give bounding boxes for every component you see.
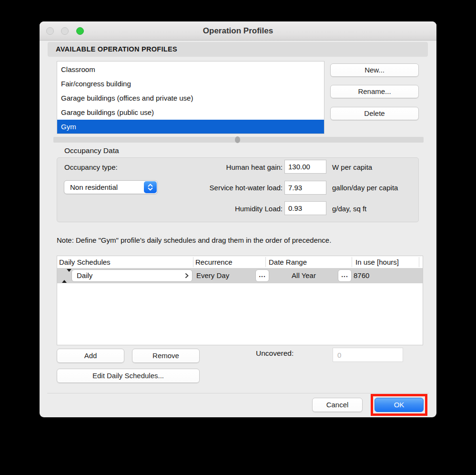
hot-water-load-input[interactable]: [284, 181, 326, 195]
table-header-row: Daily Schedules Recurrence Date Range In…: [57, 256, 423, 268]
profiles-list: Classroom Fair/congress building Garage …: [57, 61, 324, 134]
uncovered-label: Uncovered:: [256, 349, 294, 358]
recurrence-value: Every Day: [196, 268, 229, 283]
column-divider: [265, 257, 266, 267]
available-profiles-header: AVAILABLE OPERATION PROFILES: [48, 42, 428, 57]
col-header-daily-schedules: Daily Schedules: [59, 256, 111, 268]
operation-profiles-dialog: Operation Profiles AVAILABLE OPERATION P…: [40, 21, 436, 417]
cancel-button[interactable]: Cancel: [312, 398, 363, 412]
remove-schedule-button[interactable]: Remove: [132, 349, 200, 363]
column-divider: [193, 257, 193, 267]
col-header-date-range: Date Range: [269, 256, 307, 268]
occupancy-data-title: Occupancy Data: [64, 146, 119, 155]
add-schedule-button[interactable]: Add: [57, 349, 124, 363]
schedule-table-row[interactable]: Daily Every Day ... All Year ... 8760: [57, 268, 423, 283]
column-divider: [352, 257, 352, 267]
occupancy-type-select[interactable]: Non residential: [64, 180, 158, 194]
in-use-hours-value: 8760: [354, 268, 369, 283]
footer-divider: [47, 393, 429, 393]
daily-schedules-table: Daily Schedules Recurrence Date Range In…: [57, 256, 423, 345]
profile-item-garage-public[interactable]: Garage buildings (public use): [57, 105, 324, 120]
date-range-value: All Year: [267, 268, 341, 283]
schedule-select[interactable]: Daily: [71, 269, 192, 282]
profile-item-gym-selected[interactable]: Gym: [57, 120, 324, 134]
profile-item-garage-private[interactable]: Garage buildings (offices and private us…: [57, 91, 324, 105]
hot-water-load-unit: gallon/day per capita: [332, 184, 398, 192]
col-header-recurrence: Recurrence: [195, 256, 233, 268]
human-heat-gain-label: Human heat gain:: [159, 163, 283, 171]
profile-item-classroom[interactable]: Classroom: [57, 62, 324, 77]
uncovered-input: [333, 348, 403, 362]
delete-profile-button[interactable]: Delete: [330, 107, 419, 120]
chevron-right-icon: [184, 272, 189, 281]
schedules-note: Note: Define "Gym" profile's daily sched…: [57, 236, 331, 244]
date-range-more-button[interactable]: ...: [338, 269, 352, 282]
humidity-load-input[interactable]: [284, 201, 326, 215]
edit-daily-schedules-button[interactable]: Edit Daily Schedules...: [57, 369, 200, 383]
window-title: Operation Profiles: [40, 21, 436, 41]
human-heat-gain-input[interactable]: [284, 160, 326, 174]
scrollbar-thumb[interactable]: [235, 136, 240, 143]
schedule-value: Daily: [77, 270, 92, 281]
drag-reorder-icon[interactable]: [62, 272, 68, 280]
title-bar: Operation Profiles: [40, 21, 436, 41]
occupancy-type-label: Occupancy type:: [64, 163, 118, 171]
rename-profile-button[interactable]: Rename...: [330, 85, 419, 98]
humidity-load-label: Humidity Load:: [159, 205, 283, 213]
horizontal-scrollbar[interactable]: [53, 137, 424, 143]
hot-water-load-label: Service hot-water load:: [159, 184, 283, 192]
occupancy-type-value: Non residential: [70, 181, 118, 194]
profile-item-fair-congress[interactable]: Fair/congress building: [57, 77, 324, 91]
column-divider: [419, 257, 419, 267]
new-profile-button[interactable]: New...: [330, 63, 419, 77]
annotation-highlight-ok: [371, 394, 427, 416]
stepper-up-down-icon: [144, 181, 157, 193]
humidity-load-unit: g/day, sq ft: [332, 205, 366, 213]
human-heat-gain-unit: W per capita: [332, 163, 372, 171]
col-header-in-use-hours: In use [hours]: [355, 256, 399, 268]
